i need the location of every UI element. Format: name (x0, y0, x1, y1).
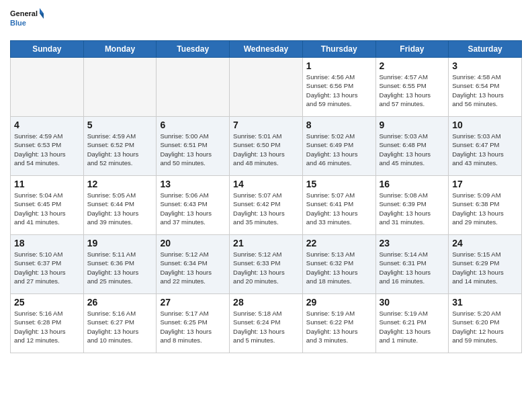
calendar-cell: 14Sunrise: 5:07 AM Sunset: 6:42 PM Dayli… (230, 176, 303, 235)
day-info: Sunrise: 4:57 AM Sunset: 6:55 PM Dayligh… (380, 73, 445, 108)
calendar-cell: 27Sunrise: 5:17 AM Sunset: 6:25 PM Dayli… (157, 294, 230, 353)
svg-text:General: General (10, 9, 38, 17)
calendar-cell: 24Sunrise: 5:15 AM Sunset: 6:29 PM Dayli… (449, 235, 522, 294)
day-number: 24 (452, 238, 518, 248)
day-info: Sunrise: 5:11 AM Sunset: 6:36 PM Dayligh… (87, 250, 153, 285)
calendar-cell: 6Sunrise: 5:00 AM Sunset: 6:51 PM Daylig… (157, 117, 230, 176)
day-number: 1 (306, 60, 372, 71)
calendar-cell: 3Sunrise: 4:58 AM Sunset: 6:54 PM Daylig… (449, 58, 522, 117)
day-info: Sunrise: 5:12 AM Sunset: 6:33 PM Dayligh… (233, 250, 299, 285)
day-info: Sunrise: 5:04 AM Sunset: 6:45 PM Dayligh… (14, 191, 80, 226)
day-number: 26 (87, 297, 153, 308)
day-info: Sunrise: 5:20 AM Sunset: 6:20 PM Dayligh… (452, 309, 518, 345)
calendar-cell: 26Sunrise: 5:16 AM Sunset: 6:27 PM Dayli… (83, 294, 157, 353)
day-number: 18 (14, 238, 80, 248)
day-number: 17 (452, 179, 518, 189)
day-info: Sunrise: 5:00 AM Sunset: 6:51 PM Dayligh… (160, 132, 226, 167)
day-number: 22 (306, 238, 372, 248)
day-number: 21 (233, 238, 299, 248)
day-info: Sunrise: 5:10 AM Sunset: 6:37 PM Dayligh… (14, 250, 80, 285)
calendar-cell (230, 58, 303, 117)
day-number: 11 (14, 179, 80, 189)
day-info: Sunrise: 5:12 AM Sunset: 6:34 PM Dayligh… (160, 250, 226, 285)
calendar-cell: 23Sunrise: 5:14 AM Sunset: 6:31 PM Dayli… (375, 235, 449, 294)
logo: General Blue (10, 7, 44, 35)
calendar-cell: 8Sunrise: 5:02 AM Sunset: 6:49 PM Daylig… (302, 117, 375, 176)
day-number: 13 (160, 179, 226, 189)
calendar-cell: 7Sunrise: 5:01 AM Sunset: 6:50 PM Daylig… (230, 117, 303, 176)
calendar-cell: 19Sunrise: 5:11 AM Sunset: 6:36 PM Dayli… (83, 235, 157, 294)
calendar-header-monday: Monday (83, 41, 157, 58)
calendar-week-row: 25Sunrise: 5:16 AM Sunset: 6:28 PM Dayli… (11, 294, 522, 353)
svg-marker-3 (40, 13, 44, 19)
calendar-cell: 20Sunrise: 5:12 AM Sunset: 6:34 PM Dayli… (157, 235, 230, 294)
logo-svg: General Blue (10, 7, 44, 35)
calendar-cell: 25Sunrise: 5:16 AM Sunset: 6:28 PM Dayli… (11, 294, 84, 353)
calendar-cell: 18Sunrise: 5:10 AM Sunset: 6:37 PM Dayli… (11, 235, 84, 294)
day-info: Sunrise: 4:59 AM Sunset: 6:52 PM Dayligh… (87, 132, 153, 167)
day-number: 3 (452, 60, 518, 71)
calendar-header-wednesday: Wednesday (230, 41, 303, 58)
calendar-cell: 17Sunrise: 5:09 AM Sunset: 6:38 PM Dayli… (449, 176, 522, 235)
day-info: Sunrise: 5:14 AM Sunset: 6:31 PM Dayligh… (380, 250, 445, 285)
day-info: Sunrise: 5:09 AM Sunset: 6:38 PM Dayligh… (452, 191, 518, 226)
calendar-cell: 2Sunrise: 4:57 AM Sunset: 6:55 PM Daylig… (375, 58, 449, 117)
calendar-week-row: 18Sunrise: 5:10 AM Sunset: 6:37 PM Dayli… (11, 235, 522, 294)
calendar-cell: 4Sunrise: 4:59 AM Sunset: 6:53 PM Daylig… (11, 117, 84, 176)
calendar-cell: 15Sunrise: 5:07 AM Sunset: 6:41 PM Dayli… (302, 176, 375, 235)
day-number: 28 (233, 297, 299, 308)
calendar-cell: 13Sunrise: 5:06 AM Sunset: 6:43 PM Dayli… (157, 176, 230, 235)
calendar-header-sunday: Sunday (11, 41, 84, 58)
calendar: SundayMondayTuesdayWednesdayThursdayFrid… (10, 40, 522, 353)
day-info: Sunrise: 5:07 AM Sunset: 6:42 PM Dayligh… (233, 191, 299, 226)
calendar-cell: 22Sunrise: 5:13 AM Sunset: 6:32 PM Dayli… (302, 235, 375, 294)
calendar-cell: 30Sunrise: 5:19 AM Sunset: 6:21 PM Dayli… (375, 294, 449, 353)
day-number: 12 (87, 179, 153, 189)
calendar-header-row: SundayMondayTuesdayWednesdayThursdayFrid… (11, 41, 522, 58)
day-number: 4 (14, 120, 80, 130)
day-info: Sunrise: 5:05 AM Sunset: 6:44 PM Dayligh… (87, 191, 153, 226)
calendar-cell: 16Sunrise: 5:08 AM Sunset: 6:39 PM Dayli… (375, 176, 449, 235)
day-number: 14 (233, 179, 299, 189)
calendar-cell (11, 58, 84, 117)
svg-marker-2 (40, 8, 44, 13)
day-number: 19 (87, 238, 153, 248)
calendar-cell: 21Sunrise: 5:12 AM Sunset: 6:33 PM Dayli… (230, 235, 303, 294)
calendar-header-tuesday: Tuesday (157, 41, 230, 58)
day-number: 2 (380, 60, 445, 71)
calendar-cell: 5Sunrise: 4:59 AM Sunset: 6:52 PM Daylig… (83, 117, 157, 176)
day-info: Sunrise: 5:03 AM Sunset: 6:47 PM Dayligh… (452, 132, 518, 167)
day-info: Sunrise: 4:58 AM Sunset: 6:54 PM Dayligh… (452, 73, 518, 108)
day-info: Sunrise: 5:16 AM Sunset: 6:28 PM Dayligh… (14, 309, 80, 345)
day-info: Sunrise: 4:59 AM Sunset: 6:53 PM Dayligh… (14, 132, 80, 167)
day-number: 30 (380, 297, 445, 308)
day-info: Sunrise: 5:01 AM Sunset: 6:50 PM Dayligh… (233, 132, 299, 167)
day-info: Sunrise: 5:17 AM Sunset: 6:25 PM Dayligh… (160, 309, 226, 345)
calendar-cell: 11Sunrise: 5:04 AM Sunset: 6:45 PM Dayli… (11, 176, 84, 235)
day-number: 8 (306, 120, 372, 130)
day-info: Sunrise: 5:08 AM Sunset: 6:39 PM Dayligh… (380, 191, 445, 226)
day-number: 5 (87, 120, 153, 130)
day-number: 15 (306, 179, 372, 189)
day-info: Sunrise: 4:56 AM Sunset: 6:56 PM Dayligh… (306, 73, 372, 108)
day-number: 20 (160, 238, 226, 248)
day-info: Sunrise: 5:03 AM Sunset: 6:48 PM Dayligh… (380, 132, 445, 167)
day-number: 25 (14, 297, 80, 308)
calendar-header-friday: Friday (375, 41, 449, 58)
calendar-cell: 31Sunrise: 5:20 AM Sunset: 6:20 PM Dayli… (449, 294, 522, 353)
day-info: Sunrise: 5:15 AM Sunset: 6:29 PM Dayligh… (452, 250, 518, 285)
day-info: Sunrise: 5:19 AM Sunset: 6:22 PM Dayligh… (306, 309, 372, 345)
day-number: 29 (306, 297, 372, 308)
calendar-cell: 28Sunrise: 5:18 AM Sunset: 6:24 PM Dayli… (230, 294, 303, 353)
calendar-cell: 9Sunrise: 5:03 AM Sunset: 6:48 PM Daylig… (375, 117, 449, 176)
day-number: 7 (233, 120, 299, 130)
calendar-header-thursday: Thursday (302, 41, 375, 58)
calendar-header-saturday: Saturday (449, 41, 522, 58)
calendar-cell: 12Sunrise: 5:05 AM Sunset: 6:44 PM Dayli… (83, 176, 157, 235)
day-number: 31 (452, 297, 518, 308)
day-number: 27 (160, 297, 226, 308)
day-info: Sunrise: 5:19 AM Sunset: 6:21 PM Dayligh… (380, 309, 445, 345)
day-info: Sunrise: 5:16 AM Sunset: 6:27 PM Dayligh… (87, 309, 153, 345)
day-number: 23 (380, 238, 445, 248)
day-info: Sunrise: 5:13 AM Sunset: 6:32 PM Dayligh… (306, 250, 372, 285)
